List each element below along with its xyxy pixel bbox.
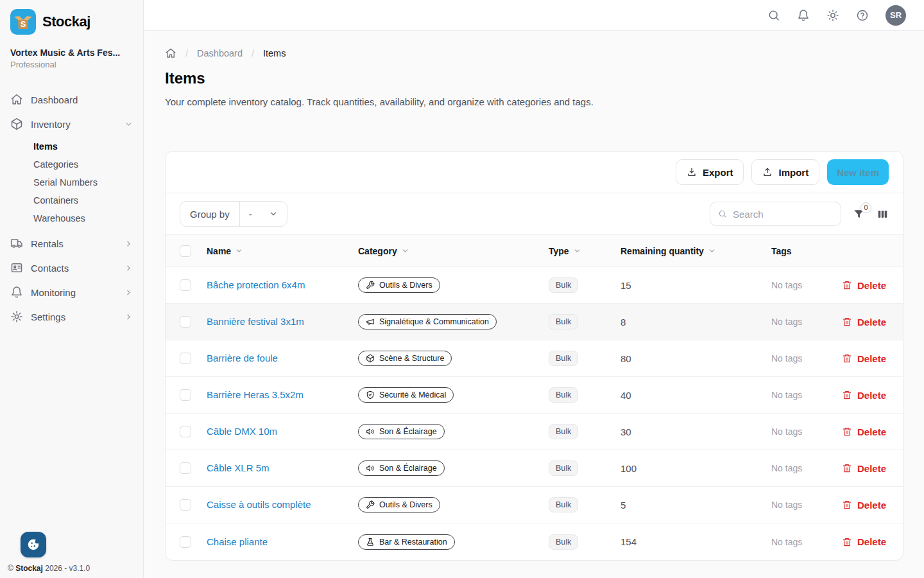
delete-button[interactable]: Delete bbox=[842, 390, 886, 401]
category-label: Bar & Restauration bbox=[379, 538, 447, 547]
brand[interactable]: S Stockaj bbox=[0, 0, 143, 39]
breadcrumb-items[interactable]: Items bbox=[263, 48, 286, 58]
cookie-settings-button[interactable] bbox=[21, 532, 46, 557]
sun-icon[interactable] bbox=[826, 9, 839, 22]
sidebar-item-label: Dashboard bbox=[31, 94, 133, 105]
category-label: Scène & Structure bbox=[379, 354, 444, 363]
delete-button[interactable]: Delete bbox=[842, 500, 886, 511]
column-header-remaining-quantity[interactable]: Remaining quantity bbox=[620, 246, 771, 256]
item-name-link[interactable]: Câble XLR 5m bbox=[207, 462, 270, 473]
table-row: Bannière festival 3x1m Signalétique & Co… bbox=[166, 304, 903, 340]
item-name-link[interactable]: Bâche protection 6x4m bbox=[207, 279, 305, 290]
columns-toggle-button[interactable] bbox=[877, 208, 889, 220]
bell-icon[interactable] bbox=[797, 9, 810, 22]
row-checkbox[interactable] bbox=[180, 316, 191, 328]
brand-name: Stockaj bbox=[42, 13, 90, 30]
avatar[interactable]: SR bbox=[886, 5, 906, 26]
type-badge: Bulk bbox=[549, 387, 578, 403]
category-icon bbox=[366, 500, 375, 509]
item-name-link[interactable]: Câble DMX 10m bbox=[207, 426, 277, 437]
chevron-down-icon bbox=[708, 247, 716, 255]
filter-button[interactable]: 0 bbox=[853, 208, 865, 220]
filter-count-badge: 0 bbox=[860, 202, 871, 213]
group-by-value: - bbox=[249, 209, 252, 220]
sidebar-item-warehouses[interactable]: Warehouses bbox=[0, 209, 143, 227]
tags-value: No tags bbox=[771, 390, 830, 400]
column-header-name[interactable]: Name bbox=[207, 246, 358, 256]
row-checkbox[interactable] bbox=[180, 426, 191, 437]
type-badge: Bulk bbox=[549, 314, 578, 329]
delete-button[interactable]: Delete bbox=[842, 536, 886, 547]
row-checkbox[interactable] bbox=[180, 536, 191, 548]
sidebar-item-dashboard[interactable]: Dashboard bbox=[0, 87, 143, 112]
select-all-checkbox[interactable] bbox=[180, 245, 191, 257]
category-chip[interactable]: Bar & Restauration bbox=[358, 534, 455, 550]
sidebar-item-inventory[interactable]: Inventory bbox=[0, 112, 143, 136]
table-search bbox=[710, 202, 841, 226]
chevron-down-icon bbox=[235, 247, 243, 255]
sidebar-item-contacts[interactable]: Contacts bbox=[0, 256, 143, 280]
item-name-link[interactable]: Chaise pliante bbox=[207, 536, 268, 547]
bell-icon bbox=[10, 286, 23, 299]
delete-button[interactable]: Delete bbox=[842, 317, 886, 328]
controls-right: 0 bbox=[710, 202, 889, 226]
trash-icon bbox=[842, 537, 852, 547]
row-checkbox[interactable] bbox=[180, 462, 191, 474]
sidebar-item-settings[interactable]: Settings bbox=[0, 304, 143, 329]
item-name-link[interactable]: Barrière Heras 3.5x2m bbox=[207, 389, 304, 400]
category-chip[interactable]: Outils & Divers bbox=[358, 277, 440, 293]
item-name-link[interactable]: Barrière de foule bbox=[207, 353, 278, 363]
sidebar-item-containers[interactable]: Containers bbox=[0, 191, 143, 209]
sidebar-item-serial-numbers[interactable]: Serial Numbers bbox=[0, 173, 143, 191]
category-chip[interactable]: Sécurité & Médical bbox=[358, 387, 454, 403]
type-badge: Bulk bbox=[549, 277, 578, 293]
category-chip[interactable]: Son & Éclairage bbox=[358, 460, 445, 476]
delete-button[interactable]: Delete bbox=[842, 426, 886, 437]
row-checkbox[interactable] bbox=[180, 499, 191, 511]
card-toolbar: Export Import New item bbox=[166, 152, 903, 193]
item-name-link[interactable]: Caisse à outils complète bbox=[207, 499, 311, 510]
breadcrumb-dashboard[interactable]: Dashboard bbox=[197, 48, 243, 58]
sidebar-item-monitoring[interactable]: Monitoring bbox=[0, 280, 143, 304]
org-switcher[interactable]: Vortex Music & Arts Fes... Professional bbox=[0, 39, 143, 76]
table-row: Bâche protection 6x4m Outils & Divers Bu… bbox=[166, 267, 903, 304]
item-name-link[interactable]: Bannière festival 3x1m bbox=[207, 316, 304, 327]
category-chip[interactable]: Signalétique & Communication bbox=[358, 314, 497, 329]
trash-icon bbox=[842, 500, 852, 510]
app-window: S Stockaj Vortex Music & Arts Fes... Pro… bbox=[0, 0, 924, 578]
sidebar-item-rentals[interactable]: Rentals bbox=[0, 231, 143, 256]
sidebar-item-label: Settings bbox=[31, 311, 117, 322]
tags-value: No tags bbox=[771, 500, 830, 510]
category-icon bbox=[366, 354, 375, 363]
row-checkbox[interactable] bbox=[180, 279, 191, 291]
home-icon[interactable] bbox=[165, 48, 176, 59]
row-checkbox[interactable] bbox=[180, 389, 191, 401]
table-row: Câble DMX 10m Son & Éclairage Bulk 30 No… bbox=[166, 414, 903, 450]
row-checkbox[interactable] bbox=[180, 353, 191, 364]
import-button[interactable]: Import bbox=[751, 159, 819, 185]
category-chip[interactable]: Scène & Structure bbox=[358, 351, 452, 366]
column-header-type[interactable]: Type bbox=[549, 246, 620, 256]
category-chip[interactable]: Outils & Divers bbox=[358, 497, 440, 512]
chevron-down-icon bbox=[269, 209, 278, 218]
table-row: Caisse à outils complète Outils & Divers… bbox=[166, 487, 903, 523]
group-by-select[interactable]: - bbox=[240, 202, 287, 226]
delete-button[interactable]: Delete bbox=[842, 280, 886, 291]
sidebar: S Stockaj Vortex Music & Arts Fes... Pro… bbox=[0, 0, 144, 578]
sidebar-item-items[interactable]: Items bbox=[0, 137, 143, 155]
search-icon[interactable] bbox=[767, 9, 780, 22]
category-label: Son & Éclairage bbox=[379, 464, 437, 473]
chevron-right-icon bbox=[124, 288, 133, 297]
column-header-category[interactable]: Category bbox=[358, 246, 549, 256]
new-item-button[interactable]: New item bbox=[827, 159, 889, 185]
delete-button[interactable]: Delete bbox=[842, 463, 886, 474]
breadcrumb-separator: / bbox=[252, 48, 254, 58]
sidebar-item-categories[interactable]: Categories bbox=[0, 155, 143, 173]
delete-button[interactable]: Delete bbox=[842, 353, 886, 364]
chevron-down-icon bbox=[401, 247, 409, 255]
search-input[interactable] bbox=[733, 209, 833, 220]
category-chip[interactable]: Son & Éclairage bbox=[358, 424, 445, 439]
export-button[interactable]: Export bbox=[676, 159, 744, 185]
breadcrumb: / Dashboard / Items bbox=[165, 48, 903, 59]
help-icon[interactable] bbox=[856, 9, 869, 22]
